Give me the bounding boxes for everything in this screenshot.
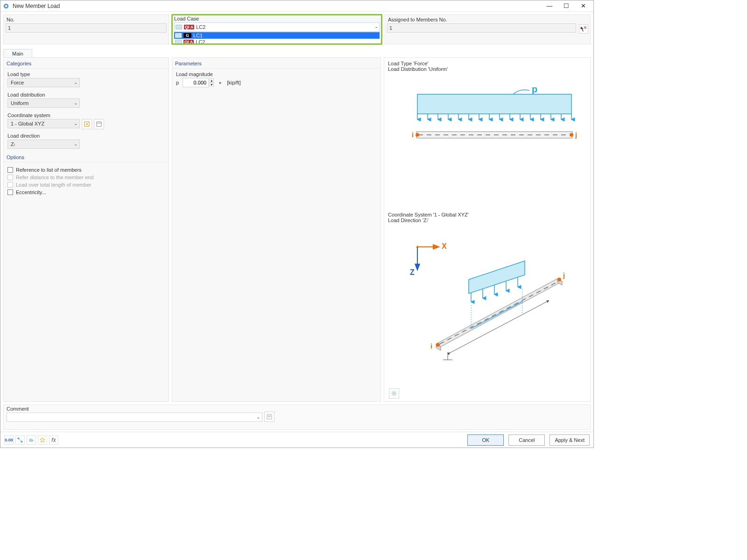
tool-fx-button[interactable]: fx: [49, 435, 58, 445]
comment-label: Comment: [7, 406, 281, 412]
p-spinner[interactable]: ▲▼: [183, 78, 214, 87]
dir-value: Zₗ: [11, 141, 15, 147]
minimize-button[interactable]: —: [541, 1, 558, 11]
tool-pick-button[interactable]: [15, 435, 25, 445]
no-label: No.: [6, 16, 167, 23]
cancel-button[interactable]: Cancel: [508, 434, 545, 446]
dialog-window: New Member Load — ☐ ✕ No. Load Case QI A…: [0, 0, 594, 448]
coord-combo[interactable]: 1 - Global XYZ⌄: [7, 119, 80, 128]
assigned-input[interactable]: [387, 23, 576, 33]
edit-icon: [267, 414, 272, 420]
tab-bar: Main: [3, 47, 591, 57]
title-bar: New Member Load — ☐ ✕: [0, 0, 593, 12]
coord-lib-button[interactable]: [94, 119, 104, 129]
bottom-bar: 0.00 fx OK Cancel Apply & Next: [0, 432, 593, 448]
svg-marker-36: [469, 261, 525, 294]
preview-top-diagram: p i j: [389, 86, 585, 179]
comment-edit-button[interactable]: [264, 412, 275, 422]
cloud-icon: [28, 437, 35, 443]
tool-units-button[interactable]: 0.00: [4, 435, 14, 445]
preview-line2: Load Distribution 'Uniform': [388, 66, 586, 72]
chevron-down-icon: ⌄: [74, 100, 78, 105]
svg-text:Z: Z: [410, 268, 415, 276]
svg-rect-61: [21, 441, 23, 442]
dir-label: Load direction: [7, 133, 165, 139]
spin-up-icon[interactable]: ▲: [209, 78, 214, 83]
lc-tag: G: [183, 33, 191, 38]
preview-settings-button[interactable]: [389, 388, 399, 399]
preview-line4: Load Direction 'Zₗ': [388, 217, 586, 224]
middle-column: Parameters Load magnitude p ▲▼ ▸ [kip/ft…: [172, 57, 381, 402]
svg-text:X: X: [442, 242, 447, 250]
opt-refer-dist-label: Refer distance to the member end: [16, 175, 93, 180]
preview-line3: Coordinate System '1 - Global XYZ': [388, 212, 586, 217]
chevron-down-icon: ⌄: [74, 141, 78, 147]
opt-refer-dist: Refer distance to the member end: [7, 175, 165, 180]
opt-ref-list[interactable]: Reference to list of members: [7, 167, 165, 173]
preview-line1: Load Type 'Force': [388, 61, 586, 66]
chevron-down-icon: ⌄: [74, 80, 78, 85]
lc-option-lc1[interactable]: G LC1: [174, 32, 380, 39]
select-members-button[interactable]: [579, 24, 588, 34]
svg-line-52: [449, 301, 548, 353]
tool-cloud-button[interactable]: [27, 435, 36, 445]
load-case-label: Load Case: [172, 15, 381, 22]
coord-new-button[interactable]: ✶: [82, 119, 92, 129]
lc-swatch: [175, 40, 182, 44]
options-header: Options: [4, 152, 169, 162]
load-type-value: Force: [11, 80, 24, 85]
opt-ecc[interactable]: Eccentricity...: [7, 189, 165, 195]
unit-list-button[interactable]: ▸: [218, 78, 222, 87]
tab-main[interactable]: Main: [3, 49, 32, 57]
svg-text:i: i: [412, 131, 414, 139]
gear-icon: [391, 390, 397, 397]
spin-down-icon[interactable]: ▼: [209, 83, 214, 87]
assigned-label: Assigned to Members No.: [387, 16, 588, 23]
assigned-panel: Assigned to Members No.: [385, 14, 591, 44]
lc-tag: QI A: [183, 40, 194, 44]
load-type-combo[interactable]: Force⌄: [7, 78, 80, 87]
checkbox-icon: [7, 167, 13, 173]
opt-load-total-label: Load over total length of member: [16, 182, 91, 188]
svg-text:j: j: [575, 131, 577, 139]
svg-line-62: [19, 439, 21, 441]
p-unit: [kip/ft]: [227, 80, 240, 85]
comment-combo[interactable]: ⌄: [7, 413, 262, 422]
comment-panel: Comment ⌄: [3, 405, 591, 430]
svg-point-27: [416, 133, 419, 137]
load-dist-combo[interactable]: Uniform⌄: [7, 98, 80, 108]
close-button[interactable]: ✕: [575, 1, 592, 11]
load-dist-label: Load distribution: [7, 92, 165, 98]
opt-ref-list-label: Reference to list of members: [16, 167, 82, 173]
chevron-down-icon: ⌄: [74, 121, 78, 126]
p-symbol: p: [176, 80, 179, 85]
lc-swatch: [175, 33, 182, 38]
load-case-combo[interactable]: QI A LC2 ⌄: [174, 22, 380, 32]
no-panel: No.: [3, 14, 169, 44]
pick-icon: [580, 26, 587, 32]
maximize-button[interactable]: ☐: [558, 1, 575, 11]
svg-point-64: [29, 438, 32, 441]
load-case-dropdown-list: G LC1 QI A LC2: [174, 32, 380, 45]
parameters-header: Parameters: [172, 58, 381, 69]
left-column: Categories Load type Force⌄ Load distrib…: [3, 57, 169, 402]
star-icon: [39, 437, 46, 443]
svg-point-46: [436, 343, 440, 347]
lc-tag: QI A: [184, 25, 194, 29]
lc-option-lc2[interactable]: QI A LC2: [174, 39, 380, 45]
checkbox-icon: [7, 189, 13, 195]
apply-next-button[interactable]: Apply & Next: [550, 434, 590, 446]
p-input[interactable]: [183, 78, 209, 87]
ok-button[interactable]: OK: [467, 434, 504, 446]
svg-point-1: [5, 5, 7, 7]
coord-value: 1 - Global XYZ: [11, 121, 44, 126]
chevron-down-icon: ⌄: [256, 414, 260, 420]
load-dist-value: Uniform: [11, 100, 29, 106]
dir-combo[interactable]: Zₗ⌄: [7, 140, 80, 149]
load-case-selected-text: LC2: [196, 24, 205, 30]
load-case-panel: Load Case QI A LC2 ⌄ G LC1 QI A LC2: [172, 14, 382, 44]
coord-label: Coordinate system: [7, 112, 165, 118]
new-icon: ✶: [84, 121, 90, 127]
no-input[interactable]: [6, 23, 167, 33]
tool-fav-button[interactable]: [38, 435, 47, 445]
